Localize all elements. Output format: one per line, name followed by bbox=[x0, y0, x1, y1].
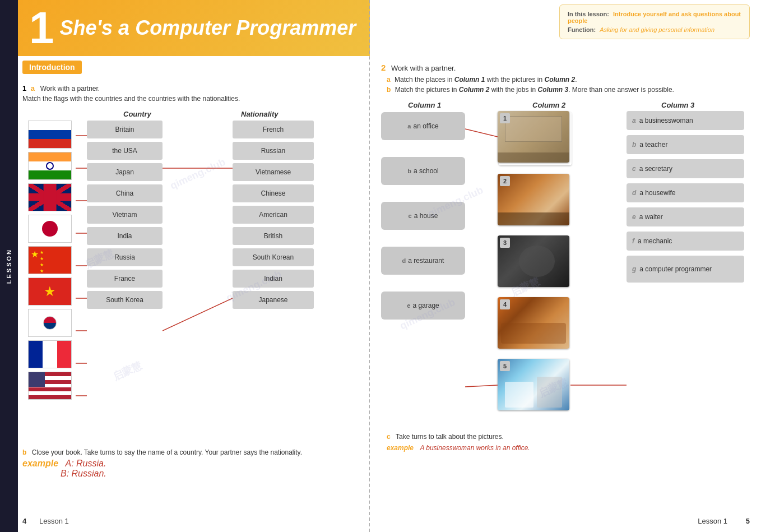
country-china: China bbox=[87, 184, 163, 202]
task1a-instruction2: Match the flags with the countries and t… bbox=[22, 95, 240, 103]
country-usa: the USA bbox=[87, 142, 163, 160]
task1a-block: 1 a Work with a partner. Match the flags… bbox=[22, 84, 240, 110]
example-a: A: Russia. bbox=[66, 459, 106, 468]
country-japan: Japan bbox=[87, 163, 163, 181]
flag-china: ★ ★ ★ ★ ★ bbox=[28, 246, 72, 274]
page-number-right: 5 bbox=[746, 517, 750, 525]
photo-5-office: 5 bbox=[498, 359, 569, 410]
svg-line-12 bbox=[465, 385, 498, 387]
col2-header: Column 2 bbox=[532, 101, 565, 109]
page-label-right: Lesson 1 bbox=[698, 517, 727, 525]
place-school: ba school bbox=[381, 157, 465, 185]
nationality-col-header: Nationality bbox=[241, 110, 278, 118]
nationalities-column: French Russian Vietnamese Chinese Americ… bbox=[233, 121, 314, 309]
nationality-american: American bbox=[233, 206, 314, 224]
jobs-column: aa businesswoman ba teacher ca secretary… bbox=[627, 111, 744, 283]
svg-line-10 bbox=[163, 298, 233, 331]
function-text: Asking for and giving personal informati… bbox=[600, 26, 714, 33]
introduction-badge: Introduction bbox=[22, 61, 82, 74]
col1-header: Column 1 bbox=[408, 101, 441, 109]
photo-4-livingroom: 4 bbox=[498, 297, 569, 349]
job-secretary: ca secretary bbox=[627, 159, 744, 178]
flags-column: ★ ★ ★ ★ ★ ★ bbox=[28, 121, 72, 400]
function-line: Function: Asking for and giving personal… bbox=[568, 26, 741, 33]
task2a-letter: a bbox=[387, 76, 391, 84]
nationality-vietnamese: Vietnamese bbox=[233, 163, 314, 181]
col2-col3-connector bbox=[570, 112, 627, 420]
country-skorea: South Korea bbox=[87, 291, 163, 309]
page-number-left: 4 bbox=[22, 517, 26, 525]
country-france: France bbox=[87, 270, 163, 288]
task1a-label: 1 a Work with a partner. bbox=[22, 84, 240, 92]
task2b-letter: b bbox=[387, 86, 391, 94]
flag-vietnam: ★ bbox=[28, 277, 72, 306]
task2c-example-text: A businesswoman works in an office. bbox=[420, 444, 530, 452]
task1a-instruction1: Work with a partner. bbox=[40, 85, 100, 92]
nationality-japanese: Japanese bbox=[233, 291, 314, 309]
flag-russia bbox=[28, 121, 72, 149]
place-garage: ea garage bbox=[381, 292, 465, 320]
info-box: In this lesson: Introduce yourself and a… bbox=[559, 4, 750, 39]
task2a-line: a Match the places in Column 1 with the … bbox=[387, 76, 577, 84]
photo-num-1: 1 bbox=[500, 113, 510, 123]
country-nationality-connectors bbox=[163, 121, 233, 440]
places-column: aan office ba school ca house da restaur… bbox=[381, 112, 465, 320]
task2b-text: Match the pictures in Column 2 with the … bbox=[395, 86, 674, 94]
lesson-tab-label: LESSON bbox=[6, 248, 12, 284]
flag-india bbox=[28, 152, 72, 180]
col1-col2-connector bbox=[465, 112, 498, 420]
watermark-1: qimeng.club bbox=[169, 156, 228, 192]
task2c-block: c Take turns to talk about the pictures. bbox=[387, 433, 504, 441]
photo-num-3: 3 bbox=[500, 238, 510, 248]
flag-france bbox=[28, 340, 72, 368]
task1-number: 1 bbox=[22, 84, 26, 92]
photo-num-5: 5 bbox=[500, 361, 510, 371]
example-b: B: Russian. bbox=[61, 469, 106, 478]
task2c-example-label: example bbox=[387, 444, 414, 452]
photo-num-4: 4 bbox=[500, 299, 510, 309]
photo-num-2: 2 bbox=[500, 176, 510, 186]
task2-header: 2 Work with a partner. bbox=[381, 63, 456, 72]
photo-1-classroom: 1 bbox=[498, 111, 569, 163]
left-page: LESSON 1 She's a Computer Programmer Int… bbox=[0, 0, 370, 532]
flag-uk bbox=[28, 183, 72, 211]
lesson-number: 1 bbox=[29, 6, 54, 50]
task1b-text: Close your book. Take turns to say the n… bbox=[32, 448, 302, 456]
lesson-title: She's a Computer Programmer bbox=[60, 16, 356, 40]
nationality-indian: Indian bbox=[233, 270, 314, 288]
nationality-southkorean: South Korean bbox=[233, 248, 314, 266]
country-russia: Russia bbox=[87, 248, 163, 266]
nationality-french: French bbox=[233, 121, 314, 138]
job-teacher: ba teacher bbox=[627, 135, 744, 154]
job-computer-programmer: ga computer programmer bbox=[627, 256, 744, 283]
flag-country-connectors bbox=[76, 121, 87, 440]
nationality-british: British bbox=[233, 227, 314, 245]
task1b-block: b Close your book. Take turns to say the… bbox=[22, 448, 302, 479]
page-label-left: Lesson 1 bbox=[39, 517, 69, 525]
task2a-text: Match the places in Column 1 with the pi… bbox=[395, 76, 577, 84]
header-bar: 1 She's a Computer Programmer bbox=[18, 0, 370, 56]
example-label: example bbox=[22, 459, 58, 468]
country-vietnam: Vietnam bbox=[87, 206, 163, 224]
flag-japan bbox=[28, 215, 72, 243]
flag-skorea bbox=[28, 309, 72, 337]
countries-column: Britain the USA Japan China Vietnam Indi… bbox=[87, 121, 163, 309]
task2c-text: Take turns to talk about the pictures. bbox=[396, 433, 504, 441]
nationality-russian: Russian bbox=[233, 142, 314, 160]
task2b-line: b Match the pictures in Column 2 with th… bbox=[387, 86, 745, 94]
task2c-letter: c bbox=[387, 433, 391, 441]
task1b-example: example A: Russia. bbox=[22, 459, 302, 469]
place-office: aan office bbox=[381, 112, 465, 140]
nationality-chinese: Chinese bbox=[233, 184, 314, 202]
task2-number: 2 bbox=[381, 63, 386, 72]
task2-instruction: Work with a partner. bbox=[391, 64, 456, 72]
function-label: Function: bbox=[568, 26, 596, 33]
svg-line-11 bbox=[465, 129, 498, 137]
place-restaurant: da restaurant bbox=[381, 247, 465, 275]
job-housewife: da housewife bbox=[627, 183, 744, 202]
task1b-example-b: B: Russian. bbox=[61, 469, 302, 479]
place-house: ca house bbox=[381, 202, 465, 230]
task1b-instruction: b Close your book. Take turns to say the… bbox=[22, 448, 302, 456]
flag-usa bbox=[28, 372, 72, 400]
photo-3-mechanic: 3 bbox=[498, 235, 569, 287]
